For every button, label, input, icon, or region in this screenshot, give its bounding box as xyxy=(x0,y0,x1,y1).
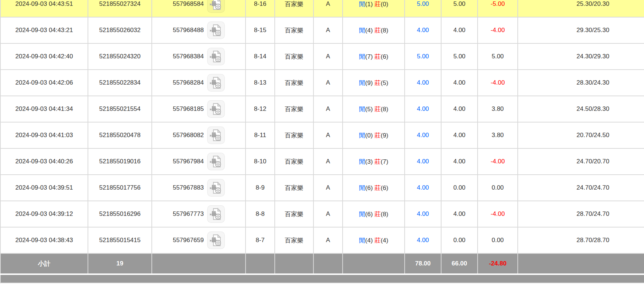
video-file-icon xyxy=(209,233,223,247)
banker-score: 8 xyxy=(383,27,386,34)
player-label: 閒 xyxy=(359,237,365,244)
round-id-text: 557967773 xyxy=(173,210,204,218)
banker-score: 4 xyxy=(383,237,386,244)
round-id-inner: 557967984 xyxy=(152,153,245,170)
round-id-cell: 557967984 xyxy=(152,148,246,175)
bet-time-cell: 2024-09-03 04:40:26 xyxy=(0,148,88,175)
valid-amount-cell: 4.00 xyxy=(441,17,478,43)
bet-id-cell: 521855026032 xyxy=(88,17,152,43)
valid-amount-cell: 4.00 xyxy=(441,70,478,96)
bet-amount-cell: 4.00 xyxy=(405,96,441,122)
subtotal-empty-game xyxy=(275,253,313,274)
banker-score: 6 xyxy=(383,184,386,191)
game-name-cell: 百家樂 xyxy=(275,17,313,43)
player-score: 0 xyxy=(367,132,371,139)
player-label: 閒 xyxy=(359,106,365,113)
player-label: 閒 xyxy=(359,1,365,8)
bet-id-cell: 521855017756 xyxy=(88,175,152,201)
round-id-cell: 557968284 xyxy=(152,70,246,96)
win-loss-cell: 5.00 xyxy=(478,43,518,70)
video-replay-button[interactable] xyxy=(207,153,225,170)
win-loss-cell: 3.80 xyxy=(478,96,518,122)
bet-history-table: 2024-09-03 04:43:51521855027324557968584… xyxy=(0,0,644,283)
game-mode-cell: A xyxy=(313,122,343,148)
bet-amount-cell: 4.00 xyxy=(405,201,441,227)
player-label: 閒 xyxy=(359,211,365,218)
bet-time-cell: 2024-09-03 04:43:51 xyxy=(0,0,88,17)
video-file-icon xyxy=(209,128,223,142)
win-loss-cell: 0.00 xyxy=(478,227,518,253)
bet-amount-cell: 4.00 xyxy=(405,175,441,201)
game-name-cell: 百家樂 xyxy=(275,201,313,227)
player-label: 閒 xyxy=(359,132,365,139)
round-id-inner: 557968185 xyxy=(152,100,245,118)
bet-time-cell: 2024-09-03 04:39:12 xyxy=(0,201,88,227)
table-row[interactable]: 2024-09-03 04:38:43521855015415557967659… xyxy=(0,227,644,253)
bet-time-cell: 2024-09-03 04:41:34 xyxy=(0,96,88,122)
video-replay-button[interactable] xyxy=(207,48,225,65)
table-row[interactable]: 2024-09-03 04:42:06521855022834557968284… xyxy=(0,70,644,96)
round-id-text: 557968384 xyxy=(173,53,204,60)
video-replay-button[interactable] xyxy=(207,74,225,92)
round-id-inner: 557968488 xyxy=(152,22,245,39)
game-mode-cell: A xyxy=(313,201,343,227)
banker-label: 莊 xyxy=(374,1,381,8)
win-loss-cell: -4.00 xyxy=(478,201,518,227)
round-id-inner: 557968082 xyxy=(152,127,245,144)
table-row[interactable]: 2024-09-03 04:42:40521855024320557968384… xyxy=(0,43,644,70)
table-number-cell: 8-16 xyxy=(246,0,275,17)
valid-amount-cell: 5.00 xyxy=(441,43,478,70)
video-replay-button[interactable] xyxy=(207,179,225,197)
banker-score: 8 xyxy=(383,211,386,218)
game-result-cell: 閒(0) 莊(9) xyxy=(343,122,405,148)
balance-cell: 20.70/24.50 xyxy=(518,122,644,148)
video-replay-button[interactable] xyxy=(207,232,225,249)
valid-amount-cell: 4.00 xyxy=(441,122,478,148)
round-id-inner: 557968284 xyxy=(152,74,245,92)
game-result-cell: 閒(6) 莊(6) xyxy=(343,175,405,201)
table-row[interactable]: 2024-09-03 04:41:03521855020478557968082… xyxy=(0,122,644,148)
table-number-cell: 8-13 xyxy=(246,70,275,96)
round-id-text: 557967984 xyxy=(173,158,204,165)
player-score: 4 xyxy=(367,237,371,244)
game-name-cell: 百家樂 xyxy=(275,43,313,70)
subtotal-empty-balance xyxy=(518,253,644,274)
video-replay-button[interactable] xyxy=(207,22,225,39)
subtotal-valid-amount: 66.00 xyxy=(441,253,478,274)
subtotal-count: 19 xyxy=(88,253,152,274)
game-mode-cell: A xyxy=(313,17,343,43)
table-row[interactable]: 2024-09-03 04:39:51521855017756557967883… xyxy=(0,175,644,201)
balance-cell: 24.30/29.30 xyxy=(518,43,644,70)
table-row[interactable]: 2024-09-03 04:41:34521855021554557968185… xyxy=(0,96,644,122)
table-row[interactable]: 2024-09-03 04:43:21521855026032557968488… xyxy=(0,17,644,43)
player-score: 1 xyxy=(367,1,371,8)
bet-id-cell: 521855024320 xyxy=(88,43,152,70)
banker-label: 莊 xyxy=(374,106,381,113)
video-file-icon xyxy=(209,102,223,116)
player-score: 6 xyxy=(367,184,371,191)
video-replay-button[interactable] xyxy=(207,205,225,223)
bet-amount-cell: 4.00 xyxy=(405,148,441,175)
banker-label: 莊 xyxy=(374,184,381,191)
round-id-cell: 557968082 xyxy=(152,122,246,148)
balance-cell: 28.70/28.70 xyxy=(518,227,644,253)
table-row[interactable]: 2024-09-03 04:39:12521855016296557967773… xyxy=(0,201,644,227)
table-row[interactable]: 2024-09-03 04:40:26521855019016557967984… xyxy=(0,148,644,175)
game-result-cell: 閒(6) 莊(8) xyxy=(343,201,405,227)
player-score: 3 xyxy=(367,158,371,165)
video-replay-button[interactable] xyxy=(207,0,225,13)
table-row[interactable]: 2024-09-03 04:43:51521855027324557968584… xyxy=(0,0,644,17)
video-replay-button[interactable] xyxy=(207,100,225,118)
valid-amount-cell: 4.00 xyxy=(441,201,478,227)
table-number-cell: 8-7 xyxy=(246,227,275,253)
video-file-icon xyxy=(209,76,223,90)
game-name-cell: 百家樂 xyxy=(275,0,313,17)
round-id-text: 557968082 xyxy=(173,132,204,139)
round-id-cell: 557967773 xyxy=(152,201,246,227)
video-replay-button[interactable] xyxy=(207,127,225,144)
video-file-icon xyxy=(209,0,223,11)
game-result-cell: 閒(7) 莊(6) xyxy=(343,43,405,70)
round-id-text: 557967883 xyxy=(173,184,204,191)
bet-amount-cell: 4.00 xyxy=(405,227,441,253)
banker-label: 莊 xyxy=(374,211,381,218)
